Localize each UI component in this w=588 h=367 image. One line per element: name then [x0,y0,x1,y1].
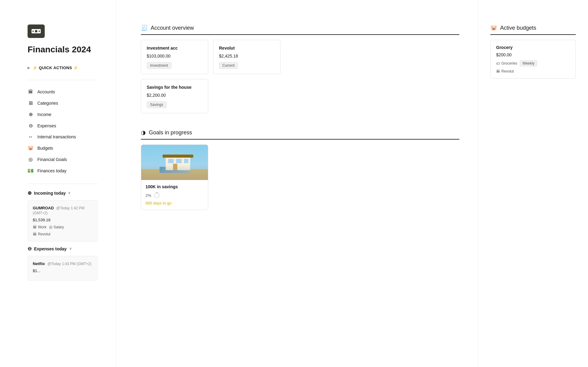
svg-rect-5 [141,169,208,180]
main-nav: 🏛 Accounts ⊞ Categories ⊕ Income ⊖ Expen… [28,86,98,176]
account-card-amount: $2,425.18 [219,54,275,58]
account-overview-title: Account overview [151,25,194,31]
salary-tag-label: Salary [54,225,64,229]
goal-card-body: 100K in savings 2% 680 days to go [141,180,208,210]
goal-card-100k[interactable]: 100K in savings 2% 680 days to go [141,144,208,210]
incoming-today-label: Incoming today [34,191,66,196]
account-card-name: Savings for the house [147,85,202,90]
expenses-icon: ⊖ [28,123,34,129]
budget-frequency-badge: Weekly [520,60,537,66]
svg-rect-10 [176,159,182,163]
sidebar-item-internal-transactions[interactable]: ↔ Internal transactions [28,131,98,142]
account-card-name: Revolut [219,46,275,51]
quick-actions-toggle[interactable]: ▶ ⚡ QUICK ACTIONS ⚡ [28,66,98,70]
expenses-today-minus-icon: ⊖ [28,246,32,252]
goals-title: Goals in progress [149,129,192,136]
sidebar-item-label: Expenses [37,123,56,128]
work-tag: 🏛 Work [33,225,47,229]
page-title: Financials 2024 [28,45,98,54]
incoming-today-add-icon: ⊕ [28,190,32,196]
expense-amount: $1... [33,268,92,273]
sidebar-item-income[interactable]: ⊕ Income [28,109,98,120]
account-card-investment[interactable]: Investment acc $103,000.00 Investment [141,40,208,74]
app-logo [28,24,45,38]
expense-transaction-card[interactable]: Netflix @Today 1:43 PM (GMT+2) $1... [28,256,98,281]
svg-rect-8 [163,155,193,158]
goals-section: ◑ Goals in progress [141,129,459,210]
budgets-icon: 🐷 [28,145,34,151]
work-tag-label: Work [38,225,47,229]
finances-today-icon: 💵 [28,168,34,174]
expense-date: @Today 1:43 PM (GMT+2) [47,262,92,266]
budget-card-grocery[interactable]: Grocery $200.00 🏷 Groceries Weekly 🏛 Rev… [490,40,576,79]
expenses-today-chevron: ∨ [69,247,72,251]
work-tag-icon: 🏛 [33,225,37,229]
sidebar-item-label: Budgets [37,146,53,151]
salary-tag-icon: ◎ [49,225,52,229]
money-icon [32,28,41,34]
account-card-revolut[interactable]: Revolut $2,425.18 Current [213,40,281,74]
transaction-amount: $1,539.18 [33,218,92,222]
budget-card-name: Grocery [496,45,570,50]
quick-actions-label: ⚡ QUICK ACTIONS ⚡ [32,66,78,70]
goals-icon: ◑ [141,129,146,136]
sidebar-item-expenses[interactable]: ⊖ Expenses [28,120,98,131]
budget-category-tag: 🏷 Groceries [496,61,517,66]
goal-image-svg [141,145,208,180]
main-content: 🧾 Account overview Investment acc $103,0… [116,0,478,367]
svg-rect-11 [184,159,188,163]
account-badge: Investment [147,62,172,69]
incoming-today-section-header[interactable]: ⊕ Incoming today ∨ [28,190,98,196]
active-budgets-title: Active budgets [500,25,536,31]
svg-rect-2 [32,31,34,32]
budget-account-label: Revolut [501,69,514,73]
budget-category-label: Groceries [501,61,517,66]
expense-name: Netflix [33,261,45,266]
account-card-savings[interactable]: Savings for the house $2,200.00 Savings [141,79,208,113]
sidebar-item-finances-today[interactable]: 💵 Finances today [28,165,98,176]
account-card-amount: $2,200.00 [147,93,202,98]
goal-card-name: 100K in savings [145,184,204,189]
sidebar-item-budgets[interactable]: 🐷 Budgets [28,142,98,154]
svg-rect-12 [173,164,177,170]
account-badge: Savings [147,101,167,108]
account-icon: 🏛 [33,232,37,236]
incoming-transaction-card[interactable]: GUMROAD @Today 1:42 PM (GMT+2) $1,539.18… [28,200,98,242]
income-icon: ⊕ [28,111,34,117]
section-divider-1 [28,184,98,184]
active-budgets-title-row: 🐷 Active budgets [490,24,576,35]
active-budgets-icon: 🐷 [490,24,497,31]
sidebar-item-label: Accounts [37,89,55,94]
right-panel: 🐷 Active budgets Grocery $200.00 🏷 Groce… [478,0,588,367]
sidebar: Financials 2024 ▶ ⚡ QUICK ACTIONS ⚡ 🏛 Ac… [0,0,116,367]
financial-goals-icon: ◎ [28,156,34,162]
sidebar-item-accounts[interactable]: 🏛 Accounts [28,86,98,97]
account-card-name: Investment acc [147,46,202,51]
goals-list: 100K in savings 2% 680 days to go [141,144,459,210]
budget-account-tag: 🏛 Revolut [496,69,570,73]
account-overview-title-row: 🧾 Account overview [141,24,459,35]
goals-title-row: ◑ Goals in progress [141,129,459,140]
tag-icon: 🏷 [496,61,500,66]
categories-icon: ⊞ [28,100,34,106]
account-card-amount: $103,000.00 [147,54,202,58]
transaction-account-tag: 🏛 Revolut [33,232,92,236]
svg-rect-7 [166,156,190,170]
expenses-today-section-header[interactable]: ⊖ Expenses today ∨ [28,246,98,252]
sidebar-item-financial-goals[interactable]: ◎ Financial Goals [28,154,98,165]
account-overview-section: 🧾 Account overview Investment acc $103,0… [141,24,459,113]
progress-circle-icon [154,192,160,198]
expenses-today-label: Expenses today [34,246,67,251]
sidebar-item-label: Financial Goals [37,157,67,162]
salary-tag: ◎ Salary [49,225,64,229]
svg-rect-9 [168,159,174,163]
goal-days-label: 680 days to go [145,201,204,205]
budget-account-icon: 🏛 [496,69,500,73]
accounts-grid: Investment acc $103,000.00 Investment Re… [141,40,459,113]
transaction-account: Revolut [38,232,51,236]
sidebar-item-label: Finances today [37,168,66,173]
goal-card-image [141,145,208,180]
sidebar-item-categories[interactable]: ⊞ Categories [28,97,98,109]
goal-percent: 2% [145,193,151,198]
internal-transactions-icon: ↔ [28,134,34,140]
